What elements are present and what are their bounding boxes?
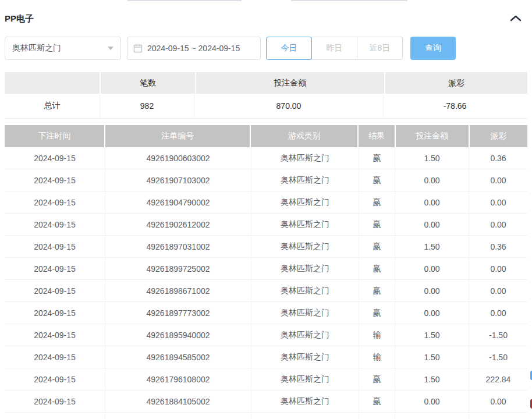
cutoff-input-edge — [291, 0, 407, 1]
cell-bet-time: 2024-09-15 — [5, 169, 105, 191]
cell-result: 赢 — [359, 368, 395, 390]
cell-order-no: 49261894585002 — [105, 346, 251, 368]
table-header-row: 下注时间 注单编号 游戏类别 结果 投注金额 派彩 — [5, 125, 527, 147]
cell-payout — [469, 413, 527, 419]
summary-total-row: 总计 982 870.00 -78.66 — [5, 94, 527, 119]
yesterday-button[interactable]: 昨日 — [311, 37, 357, 60]
cell-game-type: 奥林匹斯之门 — [251, 258, 359, 279]
cell-payout: 0.00 — [469, 191, 527, 213]
summary-total-bet-amount: 870.00 — [194, 94, 384, 118]
summary-total-payout: -78.66 — [384, 94, 526, 118]
cell-order-no: 49261895940002 — [105, 324, 251, 346]
cell-payout: 0.00 — [469, 214, 527, 235]
col-header-game-type: 游戏类别 — [251, 125, 357, 147]
table-row: 2024-09-1549261884105002奥林匹斯之门赢0.000.00 — [5, 390, 527, 413]
game-select[interactable]: 奥林匹斯之门 — [5, 37, 121, 60]
col-header-bet-time: 下注时间 — [5, 125, 104, 147]
cell-bet-amount: 0.00 — [395, 258, 469, 279]
cell-payout: 0.00 — [469, 390, 527, 412]
cell-order-no: 49261898671002 — [105, 280, 251, 301]
cell-result: 赢 — [359, 236, 395, 257]
summary-table: 笔数 投注金额 派彩 总计 982 870.00 -78.66 — [5, 72, 527, 119]
today-button[interactable]: 今日 — [266, 37, 312, 60]
table-row: 2024-09-1549261898671002奥林匹斯之门赢0.000.00 — [5, 280, 527, 302]
table-row — [5, 413, 527, 419]
summary-header-payout: 派彩 — [385, 72, 527, 94]
cell-result: 赢 — [359, 280, 395, 301]
cell-game-type: 奥林匹斯之门 — [251, 169, 359, 191]
cell-game-type — [251, 413, 359, 419]
table-row: 2024-09-1549261902612002奥林匹斯之门赢0.000.00 — [5, 214, 527, 236]
table-row: 2024-09-1549261895940002奥林匹斯之门输1.50-1.50 — [5, 324, 527, 346]
cell-bet-amount: 0.00 — [395, 280, 469, 301]
summary-total-count: 982 — [100, 94, 194, 118]
cell-order-no: 49261904790002 — [105, 191, 251, 213]
cell-game-type: 奥林匹斯之门 — [251, 280, 359, 301]
cell-result: 赢 — [359, 214, 395, 235]
cell-bet-time: 2024-09-15 — [5, 236, 105, 257]
cell-bet-amount: 0.00 — [395, 169, 469, 191]
cell-order-no: 49261796108002 — [105, 368, 251, 390]
cell-game-type: 奥林匹斯之门 — [251, 214, 359, 235]
table-row: 2024-09-1549261897031002奥林匹斯之门赢1.500.36 — [5, 236, 527, 258]
summary-total-label: 总计 — [5, 94, 100, 118]
cell-bet-amount — [395, 413, 469, 419]
date-range-input[interactable]: 2024-09-15 ~ 2024-09-15 — [127, 37, 261, 60]
table-body: 2024-09-1549261900603002奥林匹斯之门赢1.500.362… — [5, 147, 527, 419]
cell-order-no: 49261884105002 — [105, 390, 251, 412]
cell-payout: -1.50 — [469, 324, 527, 346]
table-row: 2024-09-1549261904790002奥林匹斯之门赢0.000.00 — [5, 191, 527, 214]
table-row: 2024-09-1549261899725002奥林匹斯之门赢0.000.00 — [5, 258, 527, 280]
cell-bet-time: 2024-09-15 — [5, 302, 105, 324]
cell-bet-amount: 1.50 — [395, 147, 469, 169]
cutoff-input-edge — [127, 0, 242, 1]
cell-order-no: 49261899725002 — [105, 258, 251, 279]
last-8-days-button[interactable]: 近8日 — [357, 37, 403, 60]
cell-payout: 0.36 — [469, 147, 527, 169]
cell-bet-amount: 1.50 — [395, 236, 469, 257]
cell-payout: 222.84 — [469, 368, 527, 390]
cell-game-type: 奥林匹斯之门 — [251, 147, 359, 169]
cell-bet-time: 2024-09-15 — [5, 368, 105, 390]
cell-game-type: 奥林匹斯之门 — [251, 191, 359, 213]
cell-order-no: 49261897031002 — [105, 236, 251, 257]
cell-bet-amount: 1.50 — [395, 324, 469, 346]
section-title: PP电子 — [5, 13, 34, 24]
collapse-section-button[interactable] — [509, 13, 523, 24]
summary-header-bet-amount: 投注金额 — [196, 72, 385, 94]
cell-bet-time: 2024-09-15 — [5, 346, 105, 368]
cell-bet-time: 2024-09-15 — [5, 191, 105, 213]
cell-game-type: 奥林匹斯之门 — [251, 302, 359, 324]
col-header-result: 结果 — [359, 125, 394, 147]
cell-payout: 0.00 — [469, 258, 527, 279]
cell-result: 赢 — [359, 169, 395, 191]
cell-order-no: 49261902612002 — [105, 214, 251, 235]
cell-result: 赢 — [359, 390, 395, 412]
table-row: 2024-09-1549261894585002奥林匹斯之门输1.50-1.50 — [5, 346, 527, 368]
cell-result: 输 — [359, 324, 395, 346]
table-row: 2024-09-1549261900603002奥林匹斯之门赢1.500.36 — [5, 147, 527, 169]
cell-result: 赢 — [359, 258, 395, 279]
cell-payout: 0.00 — [469, 280, 527, 301]
cell-bet-amount: 0.00 — [395, 191, 469, 213]
cell-payout: 0.00 — [469, 169, 527, 191]
cell-payout: 0.00 — [469, 302, 527, 324]
cell-bet-time: 2024-09-15 — [5, 214, 105, 235]
col-header-order-no: 注单编号 — [105, 125, 250, 147]
cell-bet-amount: 0.00 — [395, 302, 469, 324]
table-row: 2024-09-1549261897773002奥林匹斯之门赢0.000.00 — [5, 302, 527, 324]
table-row: 2024-09-1549261796108002奥林匹斯之门赢1.50222.8… — [5, 368, 527, 390]
table-row: 2024-09-1549261907103002奥林匹斯之门赢0.000.00 — [5, 169, 527, 191]
cell-bet-amount: 0.00 — [395, 214, 469, 235]
cell-result — [359, 413, 395, 419]
cell-game-type: 奥林匹斯之门 — [251, 368, 359, 390]
cell-bet-amount: 0.00 — [395, 390, 469, 412]
cell-bet-time — [5, 413, 105, 419]
summary-header-blank — [5, 72, 100, 94]
col-header-payout: 派彩 — [470, 125, 527, 147]
search-button[interactable]: 查询 — [410, 37, 456, 60]
cell-bet-time: 2024-09-15 — [5, 258, 105, 279]
cell-order-no: 49261897773002 — [105, 302, 251, 324]
cell-result: 赢 — [359, 147, 395, 169]
cell-order-no: 49261907103002 — [105, 169, 251, 191]
